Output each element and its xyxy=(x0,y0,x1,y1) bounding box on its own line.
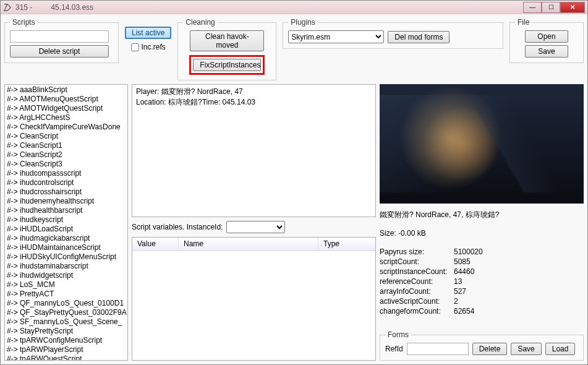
delete-script-button[interactable]: Delete script xyxy=(10,45,109,58)
script-list-item[interactable]: #-> ihudwidgetscript xyxy=(6,271,127,280)
forms-panel: Forms RefId Delete Save Load xyxy=(380,330,584,361)
cleaning-legend: Cleaning xyxy=(183,18,217,27)
script-list-item[interactable]: #-> ihudenemyhealthscript xyxy=(6,197,127,206)
stat-value: 62654 xyxy=(454,307,584,316)
close-button[interactable]: ✕ xyxy=(560,2,585,13)
script-list-item[interactable]: #-> CheckIfVampireCureWasDone xyxy=(6,122,127,132)
script-variables-label: Script variables. InstanceId: xyxy=(132,223,223,231)
script-list[interactable]: #-> aaaBlinkScript#-> AMOTMenuQuestScrip… xyxy=(4,84,128,361)
script-list-item[interactable]: #-> ihudstaminabarscript xyxy=(6,262,127,271)
script-list-item[interactable]: #-> QF_mannyLoS_Quest_0100D1 xyxy=(6,299,127,308)
save-screenshot xyxy=(380,84,584,204)
fixscripts-highlight: FixScriptInstances xyxy=(189,55,265,75)
plugins-legend: Plugins xyxy=(288,18,317,27)
save-button[interactable]: Save xyxy=(525,45,568,58)
inc-refs-row[interactable]: Inc.refs xyxy=(131,43,166,51)
script-list-item[interactable]: #-> CleanScript2 xyxy=(6,150,127,160)
minimize-button[interactable]: — xyxy=(523,2,542,13)
col-type[interactable]: Type xyxy=(318,238,375,250)
script-list-item[interactable]: #-> CleanScript1 xyxy=(6,141,127,150)
stat-label: scriptInstanceCount: xyxy=(380,267,454,276)
col-value[interactable]: Value xyxy=(132,238,179,250)
script-list-item[interactable]: #-> tpARWConfigMenuScript xyxy=(6,336,127,345)
titlebar: 315 - 45.14.03.ess — ☐ ✕ xyxy=(1,1,587,14)
forms-delete-button[interactable]: Delete xyxy=(472,343,508,355)
script-list-item[interactable]: #-> iHUDLoadScript xyxy=(6,225,127,234)
col-name[interactable]: Name xyxy=(179,238,318,250)
plugins-select[interactable]: Skyrim.esm xyxy=(288,30,384,43)
stat-label: changeformCount: xyxy=(380,307,454,316)
script-list-item[interactable]: #-> AMOTMenuQuestScript xyxy=(6,95,127,104)
forms-load-button[interactable]: Load xyxy=(545,343,576,355)
script-list-item[interactable]: #-> tpARWQuestScript xyxy=(6,354,127,361)
location-info: Location: 棕庤琥錯?Time: 045.14.03 xyxy=(136,97,372,108)
refid-label: RefId xyxy=(385,345,403,353)
script-list-item[interactable]: #-> LoS_MCM xyxy=(6,280,127,290)
cleaning-panel: Cleaning Clean havok-moved FixScriptInst… xyxy=(177,18,276,80)
stat-value: 5085 xyxy=(454,257,584,266)
script-list-item[interactable]: #-> ihudcompassscript xyxy=(6,169,127,178)
variables-table[interactable]: Value Name Type xyxy=(132,237,376,361)
script-list-item[interactable]: #-> ihudcrosshairscript xyxy=(6,187,127,197)
list-active-button[interactable]: List active xyxy=(125,27,171,39)
script-list-item[interactable]: #-> ihudkeyscript xyxy=(6,215,127,225)
script-list-item[interactable]: #-> ihudcontrolscript xyxy=(6,178,127,187)
instance-id-select[interactable] xyxy=(226,221,285,233)
script-list-item[interactable]: #-> aaaBlinkScript xyxy=(6,85,127,95)
stat-value: 5100020 xyxy=(454,247,584,256)
script-list-item[interactable]: #-> CleanScript3 xyxy=(6,160,127,169)
plugins-panel: Plugins Skyrim.esm Del mod forms xyxy=(283,18,503,49)
script-list-item[interactable]: #-> StayPrettyScript xyxy=(6,327,127,336)
script-list-item[interactable]: #-> AMOTWidgetQuestScript xyxy=(6,104,127,113)
screenshot-caption: 鐵変附滑? NordRace, 47, 棕庤琥錯? xyxy=(380,208,584,221)
scripts-filter-input[interactable] xyxy=(10,30,109,43)
file-legend: File xyxy=(515,18,532,27)
stat-label: activeScriptCount: xyxy=(380,297,454,306)
refid-input[interactable] xyxy=(407,343,469,355)
stat-value: 527 xyxy=(454,287,584,296)
player-info: Player: 鐵変附滑? NordRace, 47 xyxy=(136,87,372,97)
info-box[interactable]: Player: 鐵変附滑? NordRace, 47 Location: 棕庤琥… xyxy=(132,84,376,217)
fix-script-instances-button[interactable]: FixScriptInstances xyxy=(193,59,261,71)
script-list-item[interactable]: #-> ArgLHCChestS xyxy=(6,113,127,122)
file-panel: File Open Save xyxy=(509,18,584,63)
size-label: Size: -0.00 kB xyxy=(380,229,584,238)
script-list-item[interactable]: #-> iHUDSkyUIConfigMenuScript xyxy=(6,252,127,262)
window-title: 315 - 45.14.03.ess xyxy=(15,3,523,12)
inc-refs-label: Inc.refs xyxy=(142,43,166,51)
stat-value: 64460 xyxy=(454,267,584,276)
stat-label: arrayInfoCount: xyxy=(380,287,454,296)
maximize-button[interactable]: ☐ xyxy=(542,2,560,13)
script-list-item[interactable]: #-> CleanScript xyxy=(6,132,127,141)
script-list-item[interactable]: #-> SF_mannyLoS_Quest_Scene_ xyxy=(6,317,127,327)
scripts-panel: Scripts Delete script xyxy=(4,18,119,63)
stats-grid: Papyrus size:5100020 scriptCount:5085 sc… xyxy=(380,247,584,316)
script-list-item[interactable]: #-> ihudhealthbarscript xyxy=(6,206,127,215)
script-list-item[interactable]: #-> ihudmagickabarscript xyxy=(6,234,127,243)
stat-label: Papyrus size: xyxy=(380,247,454,256)
del-mod-forms-button[interactable]: Del mod forms xyxy=(388,31,450,43)
clean-havok-button[interactable]: Clean havok-moved xyxy=(190,30,264,51)
stat-value: 13 xyxy=(454,277,584,286)
open-button[interactable]: Open xyxy=(525,30,568,43)
app-icon xyxy=(3,3,12,12)
inc-refs-checkbox[interactable] xyxy=(131,43,139,51)
forms-legend: Forms xyxy=(385,330,411,339)
stat-value: 2 xyxy=(454,297,584,306)
script-list-item[interactable]: #-> tpARWPlayerScript xyxy=(6,345,127,354)
script-list-item[interactable]: #-> PrettyACT xyxy=(6,290,127,299)
scripts-legend: Scripts xyxy=(10,18,38,27)
stat-label: scriptCount: xyxy=(380,257,454,266)
script-list-item[interactable]: #-> iHUDMaintainanceScript xyxy=(6,243,127,252)
forms-save-button[interactable]: Save xyxy=(511,343,541,355)
stat-label: referenceCount: xyxy=(380,277,454,286)
script-list-item[interactable]: #-> QF_StayPrettyQuest_03002F9A xyxy=(6,308,127,317)
